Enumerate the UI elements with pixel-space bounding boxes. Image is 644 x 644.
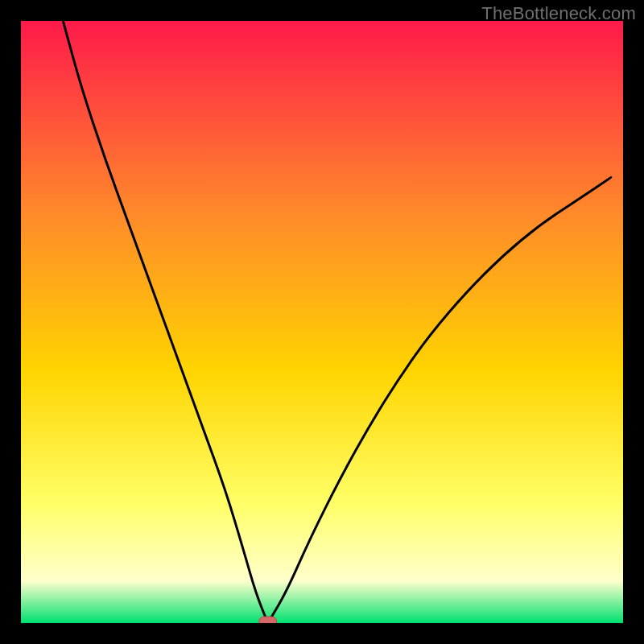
watermark-text: TheBottleneck.com xyxy=(481,3,636,24)
optimal-point-marker xyxy=(259,617,277,623)
bottleneck-chart xyxy=(21,21,623,623)
chart-frame: TheBottleneck.com xyxy=(0,0,644,644)
gradient-background xyxy=(21,21,623,623)
